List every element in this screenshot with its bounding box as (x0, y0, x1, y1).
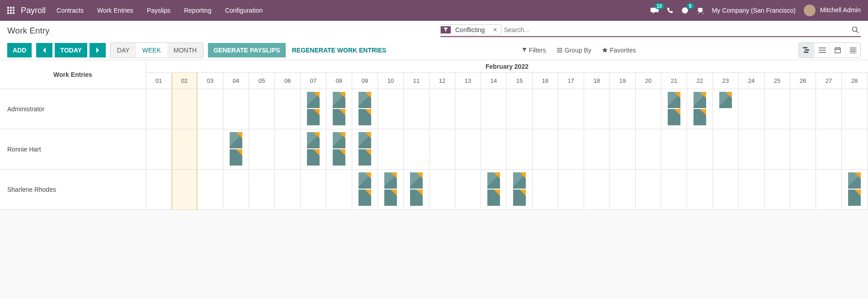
gantt-cell[interactable] (198, 170, 223, 209)
scale-day[interactable]: DAY (111, 43, 136, 57)
view-list[interactable] (814, 43, 830, 57)
search-input[interactable] (504, 26, 594, 33)
gantt-cell[interactable] (533, 129, 558, 169)
gantt-cell[interactable] (636, 129, 661, 169)
gantt-cell[interactable] (198, 89, 223, 129)
gantt-cell[interactable] (558, 129, 584, 169)
work-entry[interactable] (513, 172, 526, 189)
work-entry[interactable] (359, 109, 371, 125)
gantt-cell[interactable] (326, 129, 352, 169)
gantt-cell[interactable] (610, 170, 636, 209)
timer-icon[interactable]: 5 (681, 7, 689, 14)
work-entry[interactable] (333, 109, 345, 125)
employee-name[interactable]: Ronnie Hart (0, 129, 146, 170)
gantt-cell[interactable] (352, 170, 378, 209)
gantt-cell[interactable] (610, 129, 636, 169)
gantt-cell[interactable] (352, 129, 378, 169)
nav-work-entries[interactable]: Work Entries (97, 7, 133, 14)
gantt-cell[interactable] (481, 89, 507, 129)
gantt-cell[interactable] (661, 89, 687, 129)
gantt-cell[interactable] (146, 129, 172, 169)
gantt-cell[interactable] (301, 170, 326, 209)
gantt-cell[interactable] (816, 89, 842, 129)
work-entry[interactable] (307, 132, 320, 148)
gantt-cell[interactable] (275, 129, 301, 169)
work-entry[interactable] (359, 92, 371, 108)
gantt-cell[interactable] (790, 129, 816, 169)
nav-configuration[interactable]: Configuration (225, 7, 263, 14)
gantt-cell[interactable] (146, 170, 172, 209)
add-button[interactable]: ADD (7, 43, 32, 57)
gantt-cell[interactable] (687, 170, 713, 209)
company-switcher[interactable]: My Company (San Francisco) (712, 7, 796, 14)
gantt-cell[interactable] (790, 170, 816, 209)
work-entry[interactable] (359, 172, 371, 189)
generate-payslips-button[interactable]: GENERATE PAYSLIPS (208, 43, 286, 57)
work-entry[interactable] (359, 190, 371, 206)
nav-reporting[interactable]: Reporting (184, 7, 212, 14)
view-pivot[interactable] (845, 43, 860, 57)
gantt-cell[interactable] (404, 89, 429, 129)
gantt-cell[interactable] (198, 129, 223, 169)
gantt-cell[interactable] (739, 89, 764, 129)
gantt-cell[interactable] (507, 89, 533, 129)
gantt-cell[interactable] (687, 129, 713, 169)
nav-contracts[interactable]: Contracts (57, 7, 84, 14)
gantt-cell[interactable] (275, 170, 301, 209)
gantt-cell[interactable] (223, 129, 249, 169)
gantt-cell[interactable] (558, 89, 584, 129)
messages-icon[interactable]: 13 (651, 7, 659, 14)
work-entry[interactable] (693, 109, 706, 125)
gantt-cell[interactable] (507, 170, 533, 209)
gantt-cell[interactable] (713, 89, 739, 129)
gantt-cell[interactable] (352, 89, 378, 129)
work-entry[interactable] (359, 149, 371, 166)
work-entry[interactable] (230, 149, 242, 166)
gantt-cell[interactable] (223, 89, 249, 129)
gantt-cell[interactable] (816, 170, 842, 209)
work-entry[interactable] (719, 92, 732, 108)
search-icon[interactable] (850, 25, 861, 34)
work-entry[interactable] (487, 172, 500, 189)
gantt-cell[interactable] (507, 129, 533, 169)
work-entry[interactable] (333, 149, 345, 166)
gantt-cell[interactable] (713, 170, 739, 209)
search-bar[interactable]: Conflicting × (440, 24, 861, 37)
gantt-cell[interactable] (404, 129, 429, 169)
gantt-cell[interactable] (249, 170, 275, 209)
gantt-cell[interactable] (558, 170, 584, 209)
gantt-cell[interactable] (249, 89, 275, 129)
gantt-cell[interactable] (739, 170, 764, 209)
gantt-cell[interactable] (429, 129, 455, 169)
work-entry[interactable] (668, 92, 680, 108)
gantt-cell[interactable] (429, 170, 455, 209)
gantt-cell[interactable] (172, 89, 198, 129)
gantt-cell[interactable] (481, 170, 507, 209)
work-entry[interactable] (410, 190, 423, 206)
gantt-cell[interactable] (636, 170, 661, 209)
gantt-cell[interactable] (764, 170, 790, 209)
gantt-cell[interactable] (481, 129, 507, 169)
scale-week[interactable]: WEEK (136, 43, 167, 57)
user-menu[interactable]: Mitchell Admin (804, 5, 861, 16)
gantt-cell[interactable] (455, 129, 481, 169)
work-entry[interactable] (384, 190, 397, 206)
gantt-cell[interactable] (816, 129, 842, 169)
work-entry[interactable] (384, 172, 397, 189)
facet-remove[interactable]: × (489, 25, 500, 35)
gantt-cell[interactable] (378, 170, 404, 209)
gantt-cell[interactable] (378, 129, 404, 169)
prev-button[interactable] (36, 43, 52, 57)
phone-icon[interactable] (667, 7, 673, 14)
work-entry[interactable] (333, 92, 345, 108)
gantt-cell[interactable] (687, 89, 713, 129)
work-entry[interactable] (307, 149, 320, 166)
gantt-cell[interactable] (223, 170, 249, 209)
gantt-cell[interactable] (326, 170, 352, 209)
regenerate-link[interactable]: REGENERATE WORK ENTRIES (292, 47, 387, 54)
work-entry[interactable] (333, 132, 345, 148)
gantt-cell[interactable] (584, 129, 610, 169)
app-brand[interactable]: Payroll (21, 6, 46, 15)
work-entry[interactable] (230, 132, 242, 148)
work-entry[interactable] (848, 190, 861, 206)
